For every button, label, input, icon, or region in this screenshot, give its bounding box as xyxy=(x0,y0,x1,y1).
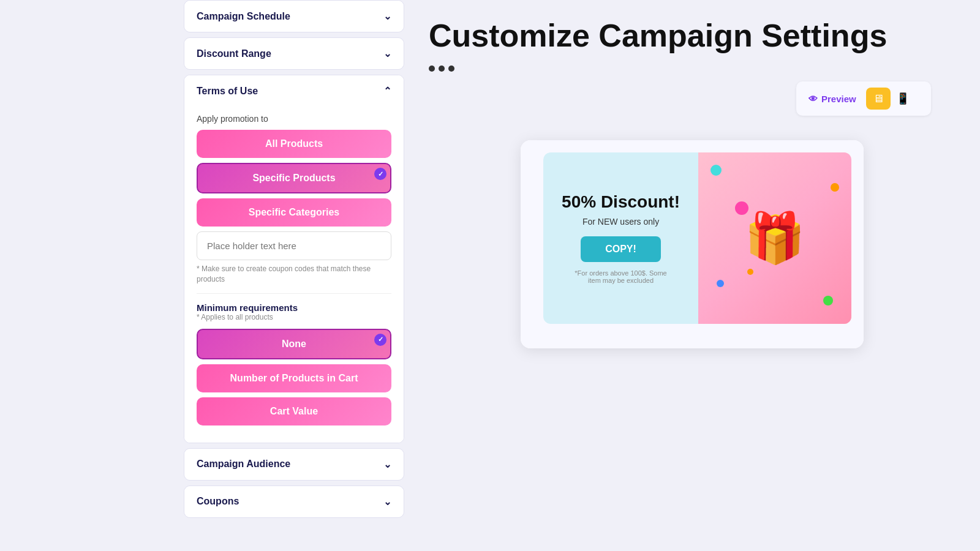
dot-decoration xyxy=(710,165,722,176)
all-products-button[interactable]: All Products xyxy=(197,130,391,158)
accordion-discount-range: Discount Range ⌄ xyxy=(184,37,404,70)
discount-title: 50% Discount! xyxy=(562,192,680,212)
preview-bar: 👁 Preview 🖥 📱 xyxy=(796,81,931,116)
desktop-icon: 🖥 xyxy=(873,92,884,105)
left-panel: Campaign Schedule ⌄ Discount Range ⌄ Ter… xyxy=(0,0,404,551)
eye-icon: 👁 xyxy=(809,94,818,104)
accordion-discount-range-header[interactable]: Discount Range ⌄ xyxy=(184,38,404,69)
number-of-products-button[interactable]: Number of Products in Cart xyxy=(197,364,391,392)
chevron-up-icon: ⌃ xyxy=(383,85,391,97)
accordion-campaign-schedule-header[interactable]: Campaign Schedule ⌄ xyxy=(184,1,404,32)
accordion-campaign-schedule-label: Campaign Schedule xyxy=(197,11,290,22)
chevron-down-icon: ⌄ xyxy=(383,10,391,22)
specific-categories-button[interactable]: Specific Categories xyxy=(197,198,391,227)
gift-icon: 🎁 xyxy=(744,209,805,267)
browser-wrapper: 50% Discount! For NEW users only COPY! *… xyxy=(521,140,864,348)
accordion-coupons-header[interactable]: Coupons ⌄ xyxy=(184,486,404,517)
dot-2 xyxy=(439,66,445,72)
none-button[interactable]: None ✓ xyxy=(197,329,391,359)
accordion-terms-of-use-label: Terms of Use xyxy=(197,86,258,97)
chevron-down-icon: ⌄ xyxy=(383,459,391,470)
accordion-campaign-schedule: Campaign Schedule ⌄ xyxy=(184,0,404,32)
accordion-campaign-audience-header[interactable]: Campaign Audience ⌄ xyxy=(184,449,404,480)
terms-of-use-content: Apply promotion to All Products Specific… xyxy=(184,107,404,443)
preview-label: 👁 Preview xyxy=(809,94,856,104)
dot-decoration xyxy=(831,183,839,192)
apply-promotion-label: Apply promotion to xyxy=(197,114,391,124)
accordion-discount-range-label: Discount Range xyxy=(197,48,271,59)
chevron-down-icon: ⌄ xyxy=(383,496,391,508)
disclaimer-text: *For orders above 100$. Some item may be… xyxy=(572,269,670,284)
specific-products-button[interactable]: Specific Products ✓ xyxy=(197,163,391,193)
product-search-input[interactable] xyxy=(197,231,391,260)
mobile-device-button[interactable]: 📱 xyxy=(891,88,915,110)
for-users-text: For NEW users only xyxy=(582,217,659,227)
right-panel: Customize Campaign Settings 👁 Preview 🖥 … xyxy=(404,0,980,551)
copy-button[interactable]: COPY! xyxy=(581,236,661,262)
desktop-device-button[interactable]: 🖥 xyxy=(866,88,891,110)
accordion-terms-of-use: Terms of Use ⌃ Apply promotion to All Pr… xyxy=(184,75,404,443)
dot-3 xyxy=(448,66,454,72)
checkmark-badge: ✓ xyxy=(374,168,386,180)
mobile-icon: 📱 xyxy=(896,92,910,105)
accordion-terms-of-use-header[interactable]: Terms of Use ⌃ xyxy=(184,75,404,107)
browser-body: 50% Discount! For NEW users only COPY! *… xyxy=(521,140,864,348)
modal-right-image: 🎁 xyxy=(698,152,851,324)
page-title: Customize Campaign Settings xyxy=(429,18,956,53)
min-req-sub: * Applies to all products xyxy=(197,313,391,321)
dot-decoration xyxy=(717,280,724,287)
min-req-title: Minimum requirements xyxy=(197,302,391,313)
helper-text: * Make sure to create coupon codes that … xyxy=(197,264,391,285)
chevron-down-icon: ⌄ xyxy=(383,48,391,59)
dot-decoration xyxy=(823,296,833,305)
three-dots xyxy=(429,66,454,72)
cart-value-button[interactable]: Cart Value xyxy=(197,397,391,425)
divider xyxy=(197,293,391,294)
none-checkmark-badge: ✓ xyxy=(374,334,386,346)
dot-decoration xyxy=(747,269,753,275)
modal-left-content: 50% Discount! For NEW users only COPY! *… xyxy=(543,152,698,324)
accordion-coupons-label: Coupons xyxy=(197,496,239,507)
dot-1 xyxy=(429,66,435,72)
gift-image: 🎁 xyxy=(698,152,851,324)
modal-card: 50% Discount! For NEW users only COPY! *… xyxy=(543,152,851,324)
accordion-campaign-audience: Campaign Audience ⌄ xyxy=(184,448,404,481)
accordion-coupons: Coupons ⌄ xyxy=(184,485,404,518)
accordion-campaign-audience-label: Campaign Audience xyxy=(197,459,290,470)
